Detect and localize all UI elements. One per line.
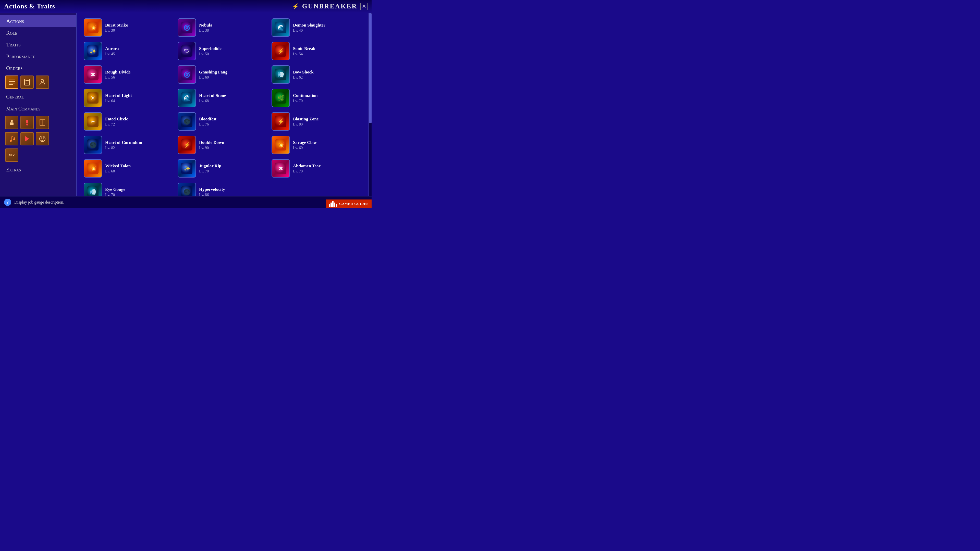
skill-item[interactable]: 💥Wicked TalonLv. 60: [83, 157, 175, 179]
skill-item[interactable]: 💥Savage ClawLv. 60: [270, 134, 363, 156]
skill-level: Lv. 40: [293, 28, 325, 33]
svg-rect-11: [26, 120, 28, 124]
svg-point-22: [41, 138, 42, 138]
skill-info: AuroraLv. 45: [105, 46, 119, 56]
svg-text:☀: ☀: [90, 118, 95, 125]
bottom-bar: ? Display job gauge description. GAMER G…: [0, 196, 372, 208]
sidebar-item-role[interactable]: Role: [0, 27, 76, 39]
skill-icon: 💥: [84, 18, 102, 37]
scrollbar-track[interactable]: [369, 13, 372, 196]
help-icon: ?: [4, 199, 11, 206]
skill-item[interactable]: ⚡Sonic BreakLv. 54: [270, 40, 363, 62]
sidebar-item-performance[interactable]: Performance: [0, 51, 76, 62]
svg-text:🌊: 🌊: [183, 95, 191, 102]
svg-text:🛡: 🛡: [184, 48, 189, 54]
gg-bars: [329, 201, 337, 206]
gg-label: GAMER GUIDES: [339, 202, 369, 206]
skill-name: Abdomen Tear: [293, 164, 321, 168]
skill-info: Gnashing FangLv. 60: [199, 70, 228, 79]
gamer-guides-logo: GAMER GUIDES: [326, 200, 372, 208]
sidebar-item-actions[interactable]: Actions: [0, 15, 76, 27]
svg-rect-1: [9, 81, 15, 82]
skill-level: Lv. 70: [293, 99, 318, 103]
sidebar-filter-btn-1[interactable]: [5, 76, 18, 89]
skill-info: NebulaLv. 38: [199, 23, 212, 33]
skills-content[interactable]: 💥Burst StrikeLv. 30🌀NebulaLv. 38🌊Demon S…: [76, 13, 369, 196]
sidebar-main-btn-5[interactable]: [21, 132, 34, 145]
skill-level: Lv. 90: [199, 146, 224, 150]
skill-icon: 💨: [272, 65, 290, 84]
skill-item[interactable]: 🌊Heart of StoneLv. 68: [177, 87, 269, 109]
skill-name: Demon Slaughter: [293, 23, 325, 28]
skill-level: Lv. 70: [293, 169, 321, 173]
person-icon: [8, 119, 15, 126]
skill-icon: ⚡: [272, 42, 290, 60]
skill-level: Lv. 56: [105, 75, 130, 79]
skill-info: Jugular RipLv. 70: [199, 164, 221, 173]
skill-item[interactable]: 💨Eye GougeLv. 70: [83, 181, 175, 196]
skill-item[interactable]: ✨Jugular RipLv. 70: [177, 157, 269, 179]
svg-line-17: [12, 137, 14, 137]
skill-item[interactable]: ☀Heart of LightLv. 64: [83, 87, 175, 109]
sidebar-main-icons-row2: [0, 130, 76, 147]
skill-level: Lv. 30: [105, 28, 128, 33]
close-button[interactable]: ✕: [360, 3, 368, 10]
sidebar-extras-title: Extras: [0, 164, 76, 175]
sidebar-filter-btn-2[interactable]: [21, 76, 34, 89]
skill-level: Lv. 68: [199, 99, 226, 103]
skill-item[interactable]: 🌀Gnashing FangLv. 60: [177, 63, 269, 86]
sidebar-main-commands-title: Main Commands: [0, 103, 76, 114]
svg-text:⚡: ⚡: [183, 141, 191, 148]
sidebar-item-orders[interactable]: Orders: [0, 62, 76, 74]
skill-item[interactable]: ✖Abdomen TearLv. 70: [270, 157, 363, 179]
skill-level: Lv. 64: [105, 99, 132, 103]
svg-text:⚡: ⚡: [277, 48, 285, 55]
skill-item[interactable]: ✨AuroraLv. 45: [83, 40, 175, 62]
skill-name: Rough Divide: [105, 70, 130, 75]
sidebar-main-btn-6[interactable]: [36, 132, 49, 145]
sidebar-main-btn-4[interactable]: [5, 132, 18, 145]
skill-item[interactable]: 🌑BloodfestLv. 76: [177, 110, 269, 133]
skill-item[interactable]: 🌿ContinuationLv. 70: [270, 87, 363, 109]
header-title: Actions & Traits: [4, 3, 55, 10]
gg-bar-1: [329, 204, 330, 206]
sidebar-filter-btn-3[interactable]: [36, 76, 49, 89]
skill-icon: 🌑: [178, 112, 196, 130]
skill-level: Lv. 80: [293, 122, 319, 127]
skill-name: Blasting Zone: [293, 117, 319, 122]
svg-text:🌑: 🌑: [183, 118, 191, 125]
skill-icon: 💥: [84, 159, 102, 178]
skill-item[interactable]: 🌑Heart of CorundumLv. 82: [83, 134, 175, 156]
skill-info: Burst StrikeLv. 30: [105, 23, 128, 33]
sidebar-main-btn-3[interactable]: [36, 116, 49, 129]
skill-item[interactable]: 💥Burst StrikeLv. 30: [83, 16, 175, 39]
sidebar-main-btn-2[interactable]: [21, 116, 34, 129]
skill-info: Demon SlaughterLv. 40: [293, 23, 325, 33]
skill-info: Heart of CorundumLv. 82: [105, 140, 142, 150]
skill-item[interactable]: 🌀NebulaLv. 38: [177, 16, 269, 39]
skill-item[interactable]: 🌑HypervelocityLv. 86: [177, 181, 269, 196]
svg-text:✖: ✖: [278, 165, 283, 171]
skill-item[interactable]: ⚡Double DownLv. 90: [177, 134, 269, 156]
sidebar-main-btn-7[interactable]: XIV: [5, 148, 18, 162]
svg-text:💥: 💥: [89, 165, 97, 172]
skill-icon: 🛡: [178, 42, 196, 60]
skill-level: Lv. 38: [199, 28, 212, 33]
sidebar-main-btn-1[interactable]: [5, 116, 18, 129]
skill-name: Eye Gouge: [105, 187, 125, 192]
skill-icon: 🌑: [84, 136, 102, 154]
skill-item[interactable]: ☀Fated CircleLv. 72: [83, 110, 175, 133]
skill-icon: 🌊: [272, 18, 290, 37]
skill-item[interactable]: 🌊Demon SlaughterLv. 40: [270, 16, 363, 39]
skill-level: Lv. 76: [199, 122, 216, 127]
skill-info: Bow ShockLv. 62: [293, 70, 313, 79]
sidebar-item-traits[interactable]: Traits: [0, 39, 76, 51]
skill-item[interactable]: 🛡SuperbolideLv. 50: [177, 40, 269, 62]
skill-item[interactable]: ⚡Blasting ZoneLv. 80: [270, 110, 363, 133]
svg-point-9: [11, 120, 13, 122]
sidebar-filter-icons-row1: [0, 74, 76, 90]
skill-name: Nebula: [199, 23, 212, 28]
skill-item[interactable]: ✖Rough DivideLv. 56: [83, 63, 175, 86]
skill-level: Lv. 62: [293, 75, 313, 79]
skill-item[interactable]: 💨Bow ShockLv. 62: [270, 63, 363, 86]
